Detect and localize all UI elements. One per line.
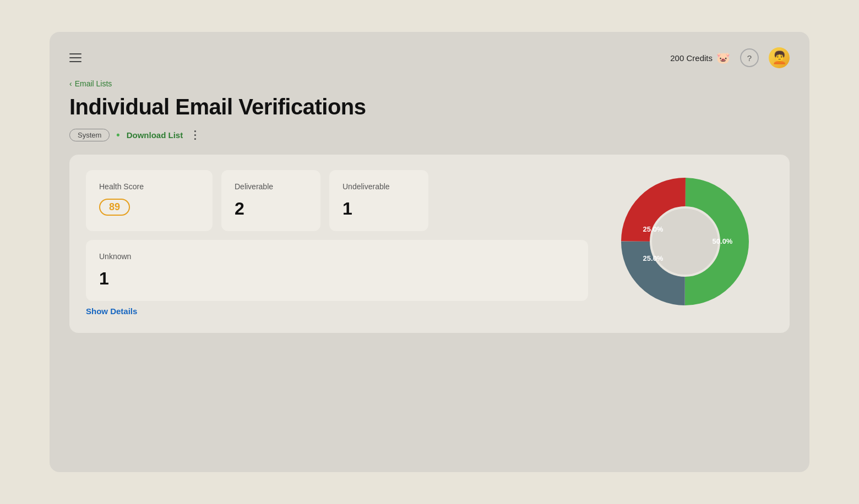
credits-badge: 200 Credits 🐷 (670, 51, 730, 64)
undeliverable-label: Undeliverable (342, 182, 415, 191)
top-right-controls: 200 Credits 🐷 ? 🧑‍🦱 (670, 47, 790, 68)
help-button[interactable]: ? (740, 48, 759, 67)
undeliverable-box: Undeliverable 1 (329, 170, 428, 231)
stats-card: Health Score 89 Deliverable 2 Unde (69, 155, 790, 333)
bottom-row-boxes: Unknown 1 (86, 240, 588, 301)
chart-center-hole (652, 209, 718, 275)
credits-label: 200 Credits (670, 53, 713, 63)
breadcrumb-arrow: ‹ (69, 79, 72, 88)
credits-icon: 🐷 (716, 51, 730, 64)
system-tag[interactable]: System (69, 129, 110, 141)
health-score-value: 89 (109, 201, 120, 213)
avatar-emoji: 🧑‍🦱 (772, 51, 787, 65)
chart-label-red: 25.0% (643, 254, 664, 262)
app-window: 200 Credits 🐷 ? 🧑‍🦱 ‹ Email Lists Indivi… (50, 32, 809, 472)
top-bar: 200 Credits 🐷 ? 🧑‍🦱 (50, 32, 809, 79)
unknown-value: 1 (99, 269, 575, 289)
stats-row: Health Score 89 Deliverable 2 Unde (86, 170, 773, 316)
help-icon: ? (747, 53, 752, 63)
donut-chart: 50.0% 25.0% 25.0% (613, 170, 757, 313)
deliverable-value: 2 (235, 199, 307, 219)
show-details-link[interactable]: Show Details (86, 306, 137, 316)
chart-label-green: 50.0% (713, 237, 733, 245)
undeliverable-value: 1 (342, 199, 415, 219)
unknown-label: Unknown (99, 252, 575, 261)
hamburger-menu[interactable] (69, 53, 81, 62)
page-meta: System • Download List ⋮ (69, 128, 790, 141)
health-score-box: Health Score 89 (86, 170, 213, 231)
unknown-box: Unknown 1 (86, 240, 588, 301)
content-area: ‹ Email Lists Individual Email Verificat… (50, 79, 809, 333)
deliverable-box: Deliverable 2 (221, 170, 320, 231)
breadcrumb[interactable]: ‹ Email Lists (69, 79, 790, 88)
health-score-label: Health Score (99, 182, 199, 191)
deliverable-label: Deliverable (235, 182, 307, 191)
download-list-link[interactable]: Download List (127, 130, 183, 140)
more-menu-icon[interactable]: ⋮ (189, 128, 202, 141)
breadcrumb-label: Email Lists (75, 79, 112, 88)
top-row-boxes: Health Score 89 Deliverable 2 Unde (86, 170, 588, 231)
avatar[interactable]: 🧑‍🦱 (769, 47, 790, 68)
dot-separator: • (116, 129, 119, 141)
health-score-badge: 89 (99, 199, 130, 216)
stats-boxes: Health Score 89 Deliverable 2 Unde (86, 170, 588, 316)
chart-label-slate: 25.0% (643, 225, 664, 233)
chart-container: 50.0% 25.0% 25.0% (597, 170, 773, 313)
page-title: Individual Email Verifications (69, 95, 790, 119)
